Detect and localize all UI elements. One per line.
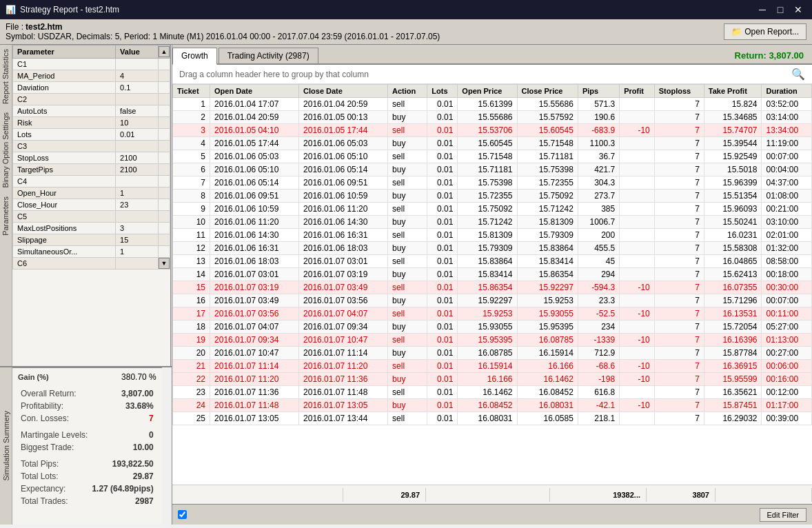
lots: 0.01 <box>427 216 458 229</box>
open-date: 2016.01.06 18:03 <box>210 255 299 268</box>
open-date: 2016.01.07 11:36 <box>210 386 299 399</box>
open-date: 2016.01.04 20:59 <box>210 111 299 124</box>
duration: 00:27:00 <box>762 347 812 360</box>
params-table-container[interactable]: Parameter Value ▲ C1 <box>12 45 170 366</box>
param-value: 0.1 <box>116 82 159 94</box>
footer-pips <box>426 488 550 502</box>
close-btn[interactable]: ✕ <box>790 3 806 16</box>
scroll-up-arrow[interactable]: ▲ <box>159 46 170 57</box>
stoploss: 7 <box>654 190 704 203</box>
lots: 0.01 <box>427 373 458 386</box>
close-date: 2016.01.07 03:01 <box>299 255 388 268</box>
take-profit: 15.92549 <box>704 150 762 163</box>
value-header[interactable]: Value <box>116 45 159 59</box>
stoploss: 7 <box>654 399 704 412</box>
tab-growth[interactable]: Growth <box>172 48 217 65</box>
drag-hint-bar: Drag a column header here to group by th… <box>172 65 812 84</box>
action: buy <box>388 216 427 229</box>
ticket: 22 <box>173 373 210 386</box>
col-header-take-profit[interactable]: Take Profit <box>704 85 762 98</box>
take-profit: 16.16396 <box>704 334 762 347</box>
param-name: Lots <box>13 129 116 141</box>
close-price: 15.60545 <box>517 124 578 137</box>
col-header-duration[interactable]: Duration <box>762 85 812 98</box>
sim-label: Total Pips: <box>19 458 89 469</box>
take-profit: 15.39544 <box>704 137 762 150</box>
open-date: 2016.01.07 11:14 <box>210 360 299 373</box>
filter-checkbox[interactable] <box>178 510 187 519</box>
trade-row: 3 2016.01.05 04:10 2016.01.05 17:44 sell… <box>173 124 812 137</box>
trade-row: 10 2016.01.06 11:20 2016.01.06 14:30 buy… <box>173 216 812 229</box>
take-profit: 16.29032 <box>704 412 762 425</box>
pips: 385 <box>578 203 619 216</box>
action: buy <box>388 321 427 334</box>
param-value <box>116 258 159 270</box>
duration: 00:11:00 <box>762 307 812 321</box>
param-row: C5 <box>13 211 170 223</box>
col-header-close-date[interactable]: Close Date <box>299 85 388 98</box>
open-price: 15.71181 <box>458 163 517 176</box>
footer-spacer <box>172 488 343 502</box>
open-report-button[interactable]: 📁 Open Report... <box>724 23 806 40</box>
profit <box>620 137 655 150</box>
param-header[interactable]: Parameter <box>13 45 116 59</box>
ticket: 12 <box>173 242 210 255</box>
close-date: 2016.01.06 09:51 <box>299 176 388 190</box>
col-header-profit[interactable]: Profit <box>620 85 655 98</box>
col-header-lots[interactable]: Lots <box>427 85 458 98</box>
vtab-parameters[interactable]: Parameters <box>0 192 12 240</box>
col-header-close-price[interactable]: Close Price <box>517 85 578 98</box>
param-name: Daviation <box>13 82 116 94</box>
close-date: 2016.01.07 03:49 <box>299 281 388 294</box>
trade-row: 2 2016.01.04 20:59 2016.01.05 00:13 buy … <box>173 111 812 124</box>
edit-filter-button[interactable]: Edit Filter <box>760 508 806 522</box>
open-date: 2016.01.07 13:05 <box>210 412 299 425</box>
pips: 273.7 <box>578 190 619 203</box>
action: sell <box>388 150 427 163</box>
open-price: 16.1462 <box>458 386 517 399</box>
take-profit: 15.96093 <box>704 203 762 216</box>
open-price: 16.08452 <box>458 399 517 412</box>
param-value: 4 <box>116 70 159 82</box>
profit <box>620 268 655 281</box>
duration: 08:58:00 <box>762 255 812 268</box>
lots: 0.01 <box>427 111 458 124</box>
col-header-pips[interactable]: Pips <box>578 85 619 98</box>
param-value <box>116 141 159 152</box>
right-content: Growth Trading Activity (2987) Return: 3… <box>172 45 812 525</box>
minimize-btn[interactable]: ─ <box>754 3 771 16</box>
footer-lots: 29.87 <box>343 488 426 502</box>
pips: -1339 <box>578 334 619 347</box>
open-date: 2016.01.05 04:10 <box>210 124 299 137</box>
maximize-btn[interactable]: □ <box>772 3 789 16</box>
col-header-ticket[interactable]: Ticket <box>173 85 210 98</box>
trade-table-container[interactable]: TicketOpen DateClose DateActionLotsOpen … <box>172 84 812 485</box>
profit <box>620 242 655 255</box>
checkbox-area <box>178 510 187 519</box>
duration: 00:18:00 <box>762 268 812 281</box>
trade-row: 5 2016.01.06 05:03 2016.01.06 05:10 sell… <box>173 150 812 163</box>
ticket: 6 <box>173 163 210 176</box>
lots: 0.01 <box>427 98 458 111</box>
col-header-action[interactable]: Action <box>388 85 427 98</box>
app-icon: 📊 <box>6 5 16 14</box>
vtab-binary-options[interactable]: Binary Option Settings <box>0 108 12 192</box>
tab-trading-activity[interactable]: Trading Activity (2987) <box>219 48 318 63</box>
vtab-simulation-label[interactable]: Simulation Summery <box>1 407 12 485</box>
scroll-down-arrow[interactable]: ▼ <box>159 258 170 269</box>
action: buy <box>388 242 427 255</box>
take-profit: 15.72054 <box>704 321 762 334</box>
trade-row: 6 2016.01.06 05:10 2016.01.06 05:14 buy … <box>173 163 812 176</box>
stoploss: 7 <box>654 216 704 229</box>
col-header-stoploss[interactable]: Stoploss <box>654 85 704 98</box>
col-header-open-price[interactable]: Open Price <box>458 85 517 98</box>
open-date: 2016.01.06 14:30 <box>210 229 299 242</box>
col-header-open-date[interactable]: Open Date <box>210 85 299 98</box>
sim-row: Total Lots: 29.87 <box>19 471 155 482</box>
vtab-sim-summery[interactable]: Simulation Summery <box>0 367 12 525</box>
vtab-report-statistics[interactable]: Report Statistics <box>0 45 12 108</box>
search-icon[interactable]: 🔍 <box>791 68 805 81</box>
open-date: 2016.01.04 17:07 <box>210 98 299 111</box>
sim-value: 0 <box>90 429 154 440</box>
open-price: 15.9253 <box>458 307 517 321</box>
